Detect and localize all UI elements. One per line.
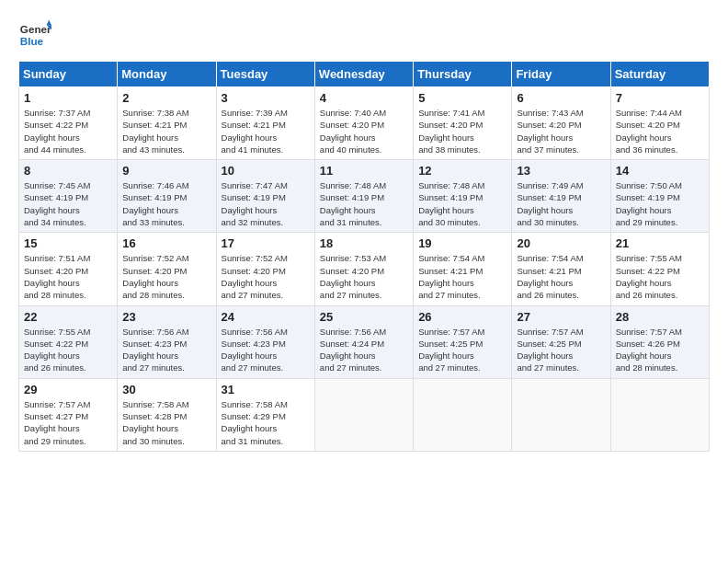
day-number: 6: [517, 91, 605, 105]
calendar-cell: 22 Sunrise: 7:55 AM Sunset: 4:22 PM Dayl…: [19, 305, 118, 378]
calendar-cell: 6 Sunrise: 7:43 AM Sunset: 4:20 PM Dayli…: [512, 87, 610, 160]
day-info: Sunrise: 7:46 AM Sunset: 4:19 PM Dayligh…: [122, 179, 210, 228]
calendar-cell: 19 Sunrise: 7:54 AM Sunset: 4:21 PM Dayl…: [414, 233, 512, 305]
day-info: Sunrise: 7:58 AM Sunset: 4:29 PM Dayligh…: [222, 398, 310, 447]
day-info: Sunrise: 7:56 AM Sunset: 4:23 PM Dayligh…: [122, 326, 210, 374]
day-number: 28: [616, 310, 704, 324]
calendar-cell: 17 Sunrise: 7:52 AM Sunset: 4:20 PM Dayl…: [216, 233, 314, 305]
weekday-header-wednesday: Wednesday: [314, 62, 413, 87]
calendar-cell: 11 Sunrise: 7:48 AM Sunset: 4:19 PM Dayl…: [314, 160, 413, 233]
calendar-cell: 14 Sunrise: 7:50 AM Sunset: 4:19 PM Dayl…: [610, 160, 709, 233]
calendar-cell: 23 Sunrise: 7:56 AM Sunset: 4:23 PM Dayl…: [118, 305, 216, 378]
day-number: 7: [616, 91, 704, 105]
calendar-cell: 7 Sunrise: 7:44 AM Sunset: 4:20 PM Dayli…: [610, 87, 709, 160]
calendar-cell: [512, 378, 610, 451]
day-number: 13: [517, 164, 605, 178]
svg-text:Blue: Blue: [20, 35, 44, 47]
week-row-4: 22 Sunrise: 7:55 AM Sunset: 4:22 PM Dayl…: [19, 305, 710, 378]
calendar-cell: 12 Sunrise: 7:48 AM Sunset: 4:19 PM Dayl…: [414, 160, 512, 233]
calendar-cell: 26 Sunrise: 7:57 AM Sunset: 4:25 PM Dayl…: [414, 305, 512, 378]
calendar-cell: 21 Sunrise: 7:55 AM Sunset: 4:22 PM Dayl…: [610, 233, 709, 305]
day-number: 29: [24, 383, 112, 396]
day-number: 15: [24, 236, 112, 250]
day-number: 18: [320, 236, 408, 250]
calendar-cell: 16 Sunrise: 7:52 AM Sunset: 4:20 PM Dayl…: [118, 233, 216, 305]
calendar-cell: 5 Sunrise: 7:41 AM Sunset: 4:20 PM Dayli…: [414, 87, 512, 160]
day-number: 19: [418, 236, 506, 250]
calendar-cell: 4 Sunrise: 7:40 AM Sunset: 4:20 PM Dayli…: [314, 87, 413, 160]
day-number: 16: [122, 236, 210, 250]
calendar-cell: 29 Sunrise: 7:57 AM Sunset: 4:27 PM Dayl…: [19, 378, 118, 451]
day-number: 8: [24, 164, 112, 178]
calendar-cell: 27 Sunrise: 7:57 AM Sunset: 4:25 PM Dayl…: [512, 305, 610, 378]
day-info: Sunrise: 7:37 AM Sunset: 4:22 PM Dayligh…: [24, 107, 112, 155]
calendar-cell: [314, 378, 413, 451]
header: General Blue: [18, 18, 710, 52]
week-row-3: 15 Sunrise: 7:51 AM Sunset: 4:20 PM Dayl…: [19, 233, 710, 305]
calendar-cell: 18 Sunrise: 7:53 AM Sunset: 4:20 PM Dayl…: [314, 233, 413, 305]
day-number: 22: [24, 310, 112, 324]
day-info: Sunrise: 7:40 AM Sunset: 4:20 PM Dayligh…: [320, 107, 408, 155]
week-row-5: 29 Sunrise: 7:57 AM Sunset: 4:27 PM Dayl…: [19, 378, 710, 451]
day-number: 20: [517, 236, 605, 250]
day-info: Sunrise: 7:57 AM Sunset: 4:26 PM Dayligh…: [616, 326, 704, 374]
day-info: Sunrise: 7:44 AM Sunset: 4:20 PM Dayligh…: [616, 107, 704, 155]
day-number: 30: [122, 383, 210, 396]
day-number: 25: [320, 310, 408, 324]
day-number: 24: [222, 310, 310, 324]
day-info: Sunrise: 7:54 AM Sunset: 4:21 PM Dayligh…: [418, 252, 506, 301]
calendar-cell: [414, 378, 512, 451]
day-info: Sunrise: 7:49 AM Sunset: 4:19 PM Dayligh…: [517, 179, 605, 228]
day-number: 10: [222, 164, 310, 178]
day-number: 23: [122, 310, 210, 324]
calendar-cell: 15 Sunrise: 7:51 AM Sunset: 4:20 PM Dayl…: [19, 233, 118, 305]
week-row-1: 1 Sunrise: 7:37 AM Sunset: 4:22 PM Dayli…: [19, 87, 710, 160]
day-info: Sunrise: 7:47 AM Sunset: 4:19 PM Dayligh…: [222, 179, 310, 228]
calendar-cell: 24 Sunrise: 7:56 AM Sunset: 4:23 PM Dayl…: [216, 305, 314, 378]
day-info: Sunrise: 7:45 AM Sunset: 4:19 PM Dayligh…: [24, 179, 112, 228]
weekday-header-sunday: Sunday: [19, 62, 118, 87]
calendar-cell: 31 Sunrise: 7:58 AM Sunset: 4:29 PM Dayl…: [216, 378, 314, 451]
day-info: Sunrise: 7:54 AM Sunset: 4:21 PM Dayligh…: [517, 252, 605, 301]
day-info: Sunrise: 7:57 AM Sunset: 4:27 PM Dayligh…: [24, 398, 112, 447]
calendar-cell: 9 Sunrise: 7:46 AM Sunset: 4:19 PM Dayli…: [118, 160, 216, 233]
day-number: 17: [222, 236, 310, 250]
day-number: 2: [122, 91, 210, 105]
day-info: Sunrise: 7:52 AM Sunset: 4:20 PM Dayligh…: [122, 252, 210, 301]
day-number: 31: [222, 383, 310, 396]
day-number: 12: [418, 164, 506, 178]
day-number: 21: [616, 236, 704, 250]
calendar-cell: 20 Sunrise: 7:54 AM Sunset: 4:21 PM Dayl…: [512, 233, 610, 305]
day-number: 1: [24, 91, 112, 105]
day-info: Sunrise: 7:56 AM Sunset: 4:23 PM Dayligh…: [222, 326, 310, 374]
calendar-table: SundayMondayTuesdayWednesdayThursdayFrid…: [18, 61, 710, 452]
day-number: 9: [122, 164, 210, 178]
day-info: Sunrise: 7:43 AM Sunset: 4:20 PM Dayligh…: [517, 107, 605, 155]
day-info: Sunrise: 7:48 AM Sunset: 4:19 PM Dayligh…: [418, 179, 506, 228]
calendar-cell: 10 Sunrise: 7:47 AM Sunset: 4:19 PM Dayl…: [216, 160, 314, 233]
calendar-cell: 28 Sunrise: 7:57 AM Sunset: 4:26 PM Dayl…: [610, 305, 709, 378]
logo-icon: General Blue: [18, 18, 51, 52]
day-info: Sunrise: 7:58 AM Sunset: 4:28 PM Dayligh…: [122, 398, 210, 447]
day-info: Sunrise: 7:57 AM Sunset: 4:25 PM Dayligh…: [517, 326, 605, 374]
day-number: 3: [222, 91, 310, 105]
calendar-cell: 3 Sunrise: 7:39 AM Sunset: 4:21 PM Dayli…: [216, 87, 314, 160]
day-number: 11: [320, 164, 408, 178]
day-number: 14: [616, 164, 704, 178]
logo: General Blue: [18, 18, 55, 52]
day-info: Sunrise: 7:53 AM Sunset: 4:20 PM Dayligh…: [320, 252, 408, 301]
weekday-header-tuesday: Tuesday: [216, 62, 314, 87]
day-info: Sunrise: 7:41 AM Sunset: 4:20 PM Dayligh…: [418, 107, 506, 155]
day-info: Sunrise: 7:39 AM Sunset: 4:21 PM Dayligh…: [222, 107, 310, 155]
day-number: 4: [320, 91, 408, 105]
weekday-header-monday: Monday: [118, 62, 216, 87]
day-info: Sunrise: 7:38 AM Sunset: 4:21 PM Dayligh…: [122, 107, 210, 155]
calendar-cell: 2 Sunrise: 7:38 AM Sunset: 4:21 PM Dayli…: [118, 87, 216, 160]
day-info: Sunrise: 7:55 AM Sunset: 4:22 PM Dayligh…: [616, 252, 704, 301]
week-row-2: 8 Sunrise: 7:45 AM Sunset: 4:19 PM Dayli…: [19, 160, 710, 233]
calendar-cell: 30 Sunrise: 7:58 AM Sunset: 4:28 PM Dayl…: [118, 378, 216, 451]
weekday-header-thursday: Thursday: [414, 62, 512, 87]
weekday-header-friday: Friday: [512, 62, 610, 87]
day-info: Sunrise: 7:50 AM Sunset: 4:19 PM Dayligh…: [616, 179, 704, 228]
day-info: Sunrise: 7:56 AM Sunset: 4:24 PM Dayligh…: [320, 326, 408, 374]
